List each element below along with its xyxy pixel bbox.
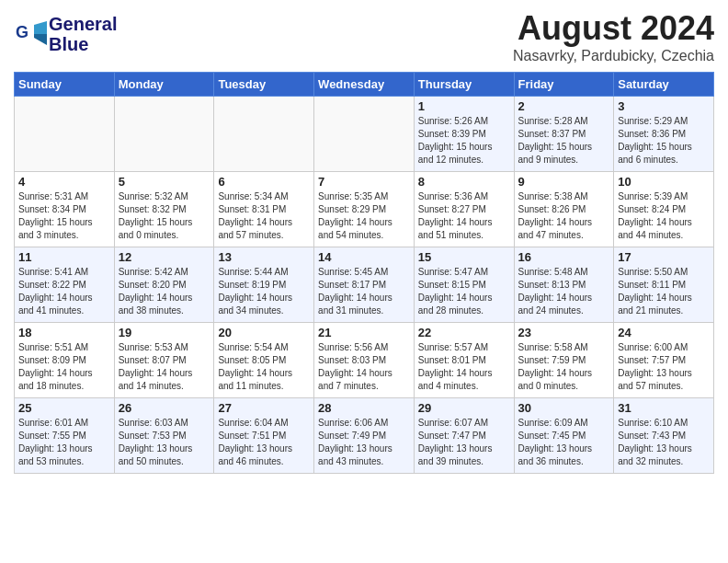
- calendar-cell: 20Sunrise: 5:54 AMSunset: 8:05 PMDayligh…: [214, 323, 314, 398]
- location-subtitle: Nasavrky, Pardubicky, Czechia: [513, 48, 714, 64]
- day-info: Sunrise: 5:35 AMSunset: 8:29 PMDaylight:…: [318, 190, 410, 242]
- day-number: 13: [218, 250, 310, 264]
- day-number: 10: [618, 175, 710, 189]
- calendar-week-2: 4Sunrise: 5:31 AMSunset: 8:34 PMDaylight…: [15, 172, 714, 247]
- day-number: 29: [418, 401, 510, 415]
- day-number: 28: [318, 401, 410, 415]
- day-info: Sunrise: 5:56 AMSunset: 8:03 PMDaylight:…: [318, 341, 410, 393]
- calendar-cell: 7Sunrise: 5:35 AMSunset: 8:29 PMDaylight…: [314, 172, 415, 247]
- calendar-cell: 16Sunrise: 5:48 AMSunset: 8:13 PMDayligh…: [514, 247, 614, 323]
- day-info: Sunrise: 5:53 AMSunset: 8:07 PMDaylight:…: [119, 341, 210, 393]
- day-number: 6: [218, 175, 310, 189]
- day-header-monday: Monday: [114, 73, 214, 97]
- calendar-cell: 1Sunrise: 5:26 AMSunset: 8:39 PMDaylight…: [414, 97, 514, 172]
- day-number: 14: [318, 250, 410, 264]
- calendar-cell: 10Sunrise: 5:39 AMSunset: 8:24 PMDayligh…: [614, 172, 714, 247]
- calendar-cell: 15Sunrise: 5:47 AMSunset: 8:15 PMDayligh…: [414, 247, 514, 323]
- calendar-cell: 23Sunrise: 5:58 AMSunset: 7:59 PMDayligh…: [514, 323, 614, 398]
- day-number: 23: [518, 326, 610, 339]
- day-info: Sunrise: 6:04 AMSunset: 7:51 PMDaylight:…: [218, 417, 310, 468]
- day-info: Sunrise: 5:29 AMSunset: 8:36 PMDaylight:…: [618, 115, 710, 167]
- day-info: Sunrise: 5:47 AMSunset: 8:15 PMDaylight:…: [418, 266, 510, 317]
- day-info: Sunrise: 6:07 AMSunset: 7:47 PMDaylight:…: [418, 417, 510, 468]
- day-info: Sunrise: 5:26 AMSunset: 8:39 PMDaylight:…: [418, 115, 510, 167]
- calendar-cell: [114, 97, 214, 172]
- calendar-cell: 26Sunrise: 6:03 AMSunset: 7:53 PMDayligh…: [114, 398, 214, 474]
- day-header-tuesday: Tuesday: [214, 73, 314, 97]
- day-number: 1: [418, 99, 510, 113]
- day-info: Sunrise: 5:48 AMSunset: 8:13 PMDaylight:…: [518, 266, 610, 317]
- calendar-cell: [314, 97, 415, 172]
- day-number: 20: [218, 326, 310, 339]
- calendar-cell: 29Sunrise: 6:07 AMSunset: 7:47 PMDayligh…: [414, 398, 514, 474]
- day-info: Sunrise: 6:00 AMSunset: 7:57 PMDaylight:…: [618, 341, 710, 393]
- day-header-saturday: Saturday: [614, 73, 714, 97]
- calendar-cell: 4Sunrise: 5:31 AMSunset: 8:34 PMDaylight…: [15, 172, 115, 247]
- calendar-table: SundayMondayTuesdayWednesdayThursdayFrid…: [14, 72, 714, 474]
- page-header: G General Blue August 2024 Nasavrky, Par…: [14, 9, 714, 64]
- day-header-friday: Friday: [514, 73, 614, 97]
- calendar-cell: 31Sunrise: 6:10 AMSunset: 7:43 PMDayligh…: [614, 398, 714, 474]
- day-number: 25: [18, 401, 110, 415]
- svg-text:G: G: [16, 23, 28, 41]
- calendar-cell: 13Sunrise: 5:44 AMSunset: 8:19 PMDayligh…: [214, 247, 314, 323]
- calendar-header-row: SundayMondayTuesdayWednesdayThursdayFrid…: [15, 73, 714, 97]
- logo-icon: G: [14, 17, 47, 51]
- day-info: Sunrise: 5:58 AMSunset: 7:59 PMDaylight:…: [518, 341, 610, 393]
- calendar-cell: 28Sunrise: 6:06 AMSunset: 7:49 PMDayligh…: [314, 398, 415, 474]
- calendar-cell: 27Sunrise: 6:04 AMSunset: 7:51 PMDayligh…: [214, 398, 314, 474]
- day-info: Sunrise: 5:57 AMSunset: 8:01 PMDaylight:…: [418, 341, 510, 393]
- day-info: Sunrise: 5:38 AMSunset: 8:26 PMDaylight:…: [518, 190, 610, 242]
- day-number: 12: [119, 250, 210, 264]
- calendar-week-1: 1Sunrise: 5:26 AMSunset: 8:39 PMDaylight…: [15, 97, 714, 172]
- calendar-cell: 8Sunrise: 5:36 AMSunset: 8:27 PMDaylight…: [414, 172, 514, 247]
- title-block: August 2024 Nasavrky, Pardubicky, Czechi…: [513, 9, 714, 64]
- calendar-cell: 24Sunrise: 6:00 AMSunset: 7:57 PMDayligh…: [614, 323, 714, 398]
- calendar-cell: [214, 97, 314, 172]
- calendar-cell: 5Sunrise: 5:32 AMSunset: 8:32 PMDaylight…: [114, 172, 214, 247]
- day-number: 9: [518, 175, 610, 189]
- svg-marker-2: [34, 34, 47, 45]
- day-info: Sunrise: 5:36 AMSunset: 8:27 PMDaylight:…: [418, 190, 510, 242]
- day-info: Sunrise: 6:09 AMSunset: 7:45 PMDaylight:…: [518, 417, 610, 468]
- calendar-cell: 25Sunrise: 6:01 AMSunset: 7:55 PMDayligh…: [15, 398, 115, 474]
- day-number: 27: [218, 401, 310, 415]
- calendar-cell: [15, 97, 115, 172]
- day-number: 11: [18, 250, 110, 264]
- calendar-week-3: 11Sunrise: 5:41 AMSunset: 8:22 PMDayligh…: [15, 247, 714, 323]
- day-info: Sunrise: 5:41 AMSunset: 8:22 PMDaylight:…: [18, 266, 110, 317]
- logo: G General Blue: [14, 14, 117, 54]
- day-header-thursday: Thursday: [414, 73, 514, 97]
- day-number: 19: [119, 326, 210, 339]
- svg-marker-1: [34, 21, 47, 34]
- day-number: 17: [618, 250, 710, 264]
- calendar-cell: 11Sunrise: 5:41 AMSunset: 8:22 PMDayligh…: [15, 247, 115, 323]
- calendar-cell: 17Sunrise: 5:50 AMSunset: 8:11 PMDayligh…: [614, 247, 714, 323]
- day-header-sunday: Sunday: [15, 73, 115, 97]
- day-info: Sunrise: 6:01 AMSunset: 7:55 PMDaylight:…: [18, 417, 110, 468]
- day-info: Sunrise: 5:45 AMSunset: 8:17 PMDaylight:…: [318, 266, 410, 317]
- day-number: 26: [119, 401, 210, 415]
- day-info: Sunrise: 5:39 AMSunset: 8:24 PMDaylight:…: [618, 190, 710, 242]
- day-number: 2: [518, 99, 610, 113]
- day-info: Sunrise: 5:42 AMSunset: 8:20 PMDaylight:…: [119, 266, 210, 317]
- day-info: Sunrise: 6:10 AMSunset: 7:43 PMDaylight:…: [618, 417, 710, 468]
- day-info: Sunrise: 5:51 AMSunset: 8:09 PMDaylight:…: [18, 341, 110, 393]
- month-title: August 2024: [513, 9, 714, 48]
- calendar-cell: 2Sunrise: 5:28 AMSunset: 8:37 PMDaylight…: [514, 97, 614, 172]
- calendar-body: 1Sunrise: 5:26 AMSunset: 8:39 PMDaylight…: [15, 97, 714, 474]
- day-info: Sunrise: 5:31 AMSunset: 8:34 PMDaylight:…: [18, 190, 110, 242]
- calendar-cell: 21Sunrise: 5:56 AMSunset: 8:03 PMDayligh…: [314, 323, 415, 398]
- day-number: 3: [618, 99, 710, 113]
- day-info: Sunrise: 5:44 AMSunset: 8:19 PMDaylight:…: [218, 266, 310, 317]
- day-number: 16: [518, 250, 610, 264]
- day-number: 7: [318, 175, 410, 189]
- day-info: Sunrise: 5:34 AMSunset: 8:31 PMDaylight:…: [218, 190, 310, 242]
- calendar-week-4: 18Sunrise: 5:51 AMSunset: 8:09 PMDayligh…: [15, 323, 714, 398]
- day-number: 24: [618, 326, 710, 339]
- calendar-cell: 22Sunrise: 5:57 AMSunset: 8:01 PMDayligh…: [414, 323, 514, 398]
- day-info: Sunrise: 5:32 AMSunset: 8:32 PMDaylight:…: [119, 190, 210, 242]
- day-number: 8: [418, 175, 510, 189]
- day-number: 15: [418, 250, 510, 264]
- day-info: Sunrise: 5:50 AMSunset: 8:11 PMDaylight:…: [618, 266, 710, 317]
